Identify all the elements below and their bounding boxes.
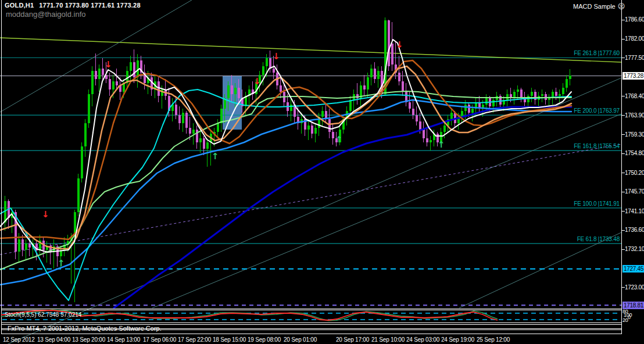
level-price-badge: 1718.81 (622, 302, 644, 309)
candle-body (566, 79, 568, 87)
candle-body (130, 62, 132, 70)
fib-level-label: FE 261.8 |1777.60 (574, 50, 620, 56)
sell-arrow-icon: ↓ (42, 209, 49, 220)
price-tick-label: 1754.80 (625, 150, 644, 156)
candle-body (471, 109, 474, 113)
time-axis-label: 20 Sep 17:00 (336, 336, 369, 343)
candle-body (419, 121, 421, 130)
stochastic-label: Stoch(9,5,5) 62.7548 57.0214 (5, 311, 81, 318)
candle-body (468, 105, 470, 113)
price-tick-label: 1763.90 (625, 112, 644, 119)
candle-body (95, 71, 97, 79)
candle-body (443, 126, 446, 132)
fib-level-label: FE 61.8 |1733.48 (577, 236, 620, 242)
sell-arrow-icon: ↓ (396, 40, 403, 50)
buy-arrow-icon: ↑ (335, 134, 343, 145)
price-tick-label: 1768.40 (625, 93, 644, 99)
time-axis-label: 24 Sep 19:00 (441, 336, 474, 343)
candle-body (133, 62, 135, 77)
candle-body (328, 119, 331, 132)
price-tick-label: 1741.10 (625, 208, 644, 214)
chart-title: GOLD,H11771.70 1773.80 1771.61 1773.28 (5, 2, 141, 9)
price-tick-label: 1732.10 (625, 246, 644, 252)
buy-arrow-icon: ↑ (212, 151, 219, 162)
candle-body (426, 138, 428, 142)
candle-body (388, 20, 390, 67)
candle-body (88, 94, 90, 124)
candle-body (175, 105, 177, 115)
watermark-text: moddang@thaigold.info (6, 10, 86, 19)
stoch-scale-label: 0 (628, 314, 631, 320)
candle-body (562, 88, 564, 94)
candle-body (22, 239, 24, 250)
chart-canvas[interactable]: ↓↓↓↓↓↑↑↑↑ (0, 0, 644, 344)
candle-body (363, 85, 366, 89)
candle-body (137, 60, 139, 77)
time-axis-label: 19 Sep 08:00 (248, 336, 281, 343)
candle-body (391, 44, 393, 64)
sad-face-icon: ☹ (618, 2, 625, 10)
candle-body (517, 89, 519, 92)
candle-body (158, 81, 160, 96)
candle-body (367, 77, 369, 90)
candle-body (231, 85, 233, 94)
candle-body (81, 146, 83, 178)
candle-body (534, 92, 536, 100)
mt4-chart-window: ↓↓↓↓↓↑↑↑↑ GOLD,H11771.70 1773.80 1771.61… (0, 0, 644, 344)
candle-body (203, 138, 205, 149)
price-tick-label: 1786.60 (625, 16, 644, 23)
buy-arrow-icon: ↑ (438, 139, 445, 150)
candle-body (266, 58, 268, 66)
candle-body (227, 85, 230, 98)
sell-arrow-icon: ↓ (253, 76, 261, 87)
fib-level-label: FE 100.0 |1741.91 (574, 200, 620, 207)
candle-body (199, 138, 202, 142)
candle-body (192, 130, 195, 134)
price-tick-label: 1723.00 (625, 284, 644, 291)
candle-body (332, 132, 334, 138)
price-tick-label: 1745.70 (625, 188, 644, 195)
candle-body (402, 81, 404, 92)
candle-body (220, 109, 223, 123)
candle-body (531, 92, 533, 96)
candle-body (102, 69, 104, 75)
candle-body (109, 79, 111, 89)
candle-body (548, 98, 550, 101)
time-axis-label: 12 Sep 2012 (3, 336, 35, 343)
level-price-badge: 1727.45 (622, 265, 644, 273)
candle-body (77, 178, 80, 212)
candle-body (290, 105, 292, 111)
time-axis-label: 13 Sep 04:00 (37, 336, 70, 343)
time-axis-label: 25 Sep 12:00 (477, 336, 510, 343)
candle-body (349, 100, 352, 110)
stoch-scale-label: 20 (622, 317, 628, 323)
candle-body (311, 126, 313, 134)
time-axis-label: 17 Sep 06:00 (143, 336, 176, 343)
candle-body (182, 113, 184, 123)
candle-body (84, 123, 87, 146)
symbol-period-label: GOLD,H1 (5, 2, 34, 9)
candle-body (559, 94, 561, 96)
candle-body (189, 128, 191, 134)
candle-body (217, 123, 219, 131)
candle-body (196, 130, 198, 142)
sell-arrow-icon: ↓ (105, 59, 112, 70)
candle-body (377, 71, 380, 79)
fib-level-label: FE 200.0 |1763.97 (574, 107, 620, 114)
time-axis-label: 20 Sep 01:00 (284, 336, 317, 343)
candle-body (273, 69, 275, 73)
time-axis-label: 18 Sep 15:00 (213, 336, 246, 343)
candle-body (185, 113, 188, 127)
candle-body (116, 81, 118, 85)
time-axis-label: 13 Sep 20:00 (72, 336, 105, 343)
candle-body (398, 73, 400, 81)
price-tick-label: 1782.00 (625, 35, 644, 42)
candle-body (98, 69, 101, 79)
candle-body (423, 130, 425, 138)
candle-body (238, 88, 240, 98)
candle-body (178, 115, 181, 123)
price-tick-label: 1750.20 (625, 170, 644, 176)
price-tick-label: 1777.50 (625, 55, 644, 61)
chart-background (0, 0, 644, 344)
candle-body (416, 115, 418, 121)
